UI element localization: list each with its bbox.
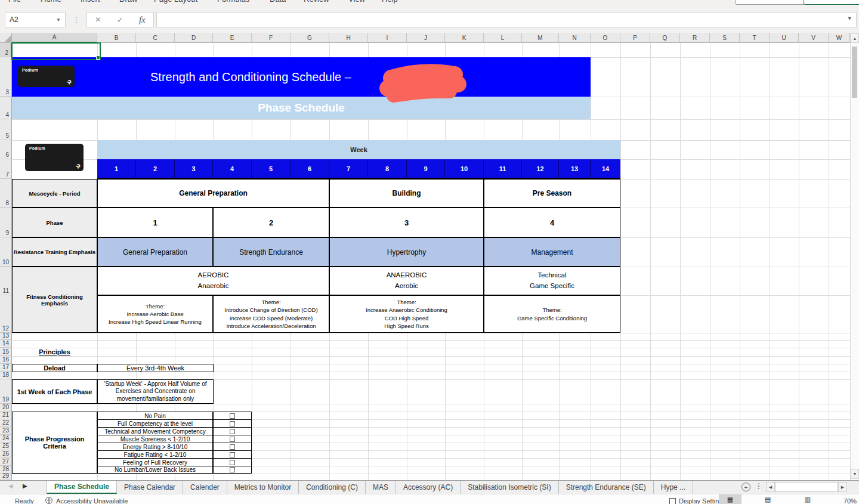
menu-draw[interactable]: Draw [119, 0, 137, 4]
page-break-view-button[interactable]: ▥ [796, 494, 819, 504]
row-header-15[interactable]: 15 [0, 348, 12, 356]
share-button[interactable]: ⤴ Share [804, 0, 859, 5]
column-header-M[interactable]: M [522, 33, 559, 43]
row-header-3[interactable]: 3 [0, 57, 12, 97]
chevron-down-icon[interactable]: ▼ [56, 17, 61, 23]
checkbox-icon[interactable] [230, 460, 235, 465]
row-header-29[interactable]: 29 [0, 474, 12, 480]
criteria-text-cell[interactable]: Feeling of Full Recovery [97, 458, 213, 466]
row-header-20[interactable]: 20 [0, 404, 12, 412]
scroll-down-button[interactable]: ▼ [851, 469, 859, 479]
formula-input[interactable]: ▾ [156, 12, 857, 27]
checkbox-icon[interactable] [230, 421, 235, 426]
menu-data[interactable]: Data [270, 0, 286, 4]
week-cell-8[interactable]: 8 [368, 159, 407, 179]
column-header-K[interactable]: K [445, 33, 484, 43]
phase-cell[interactable]: 4 [484, 208, 620, 237]
enter-icon[interactable]: ✓ [117, 16, 123, 24]
resistance-cell[interactable]: Strength Endurance [213, 237, 329, 267]
checkbox-icon[interactable] [230, 444, 235, 450]
menu-formulas[interactable]: Formulas [217, 0, 249, 4]
column-header-B[interactable]: B [97, 33, 136, 43]
fitness-theme-cell[interactable]: Theme:Increase Aerobic BaseIncrease High… [97, 295, 213, 333]
column-header-V[interactable]: V [799, 33, 829, 43]
phase-cell[interactable]: 1 [97, 208, 213, 237]
vertical-scrollbar-thumb[interactable] [852, 47, 857, 98]
sheet-tab-accessory-ac[interactable]: Accessory (AC) [396, 481, 461, 494]
phase-schedule-banner-cell[interactable]: Phase Schedule [12, 97, 591, 119]
column-header-O[interactable]: O [591, 33, 620, 43]
mesocycle-cell[interactable]: General Preparation [97, 179, 329, 208]
week-cell-4[interactable]: 4 [213, 159, 252, 179]
phase-cell[interactable]: 2 [213, 208, 329, 237]
criteria-text-cell[interactable]: No Lumbar/Lower Back Issues [97, 466, 213, 474]
row-header-23[interactable]: 23 [0, 427, 12, 435]
sheet-options-dots-icon[interactable]: ⋮ [755, 482, 762, 490]
sheet-tab-phase-calendar[interactable]: Phase Calendar [117, 481, 183, 494]
phase-progression-label-cell[interactable]: Phase Progression Criteria [12, 412, 97, 474]
column-header-A[interactable]: A [12, 33, 97, 43]
menu-file[interactable]: File [8, 0, 21, 4]
resistance-cell[interactable]: Hypertrophy [329, 237, 484, 267]
insert-function-icon[interactable]: fx [139, 15, 146, 25]
sheet-nav-next-icon[interactable]: ▶ [23, 483, 27, 489]
startup-week-label-cell[interactable]: 1st Week of Each Phase [12, 379, 97, 404]
resistance-cell[interactable]: Management [484, 237, 620, 267]
row-header-17[interactable]: 17 [0, 364, 12, 372]
sheet-tab-mas[interactable]: MAS [366, 481, 396, 494]
startup-week-value-cell[interactable]: 'Startup Week' - Approx Half Volume of E… [97, 379, 214, 404]
row-header-19[interactable]: 19 [0, 379, 12, 404]
row-header-7[interactable]: 7 [0, 159, 12, 179]
row-label-fitness[interactable]: Fitness Conditioning Emphasis [12, 267, 97, 333]
tab-scroll-left-button[interactable]: ◀ [766, 482, 775, 492]
criteria-checkbox-cell[interactable] [213, 458, 252, 466]
page-layout-view-button[interactable]: ▤ [756, 494, 779, 504]
week-cell-1[interactable]: 1 [97, 159, 136, 179]
row-header-25[interactable]: 25 [0, 443, 12, 450]
criteria-checkbox-cell[interactable] [213, 412, 252, 419]
row-header-14[interactable]: 14 [0, 340, 12, 348]
zoom-level[interactable]: 70% [843, 497, 857, 504]
row-header-2[interactable]: 2 [0, 43, 12, 57]
column-header-L[interactable]: L [484, 33, 522, 43]
column-header-T[interactable]: T [740, 33, 770, 43]
row-header-22[interactable]: 22 [0, 419, 12, 427]
sheet-tab-metrics-to-monitor[interactable]: Metrics to Monitor [227, 481, 299, 494]
cancel-icon[interactable]: ✕ [95, 16, 101, 24]
sheet-tab-calender[interactable]: Calender [183, 481, 227, 494]
criteria-text-cell[interactable]: Full Competency at the level [97, 419, 213, 427]
deload-value-cell[interactable]: Every 3rd-4th Week [97, 364, 214, 372]
normal-view-button[interactable]: ▦ [719, 494, 741, 504]
checkbox-icon[interactable] [230, 413, 235, 419]
row-header-21[interactable]: 21 [0, 412, 12, 419]
fill-handle[interactable] [96, 55, 100, 60]
select-all-corner[interactable] [0, 33, 12, 43]
fitness-energy-cell[interactable]: AEROBICAnaerobic [97, 267, 329, 295]
tab-scrollbar-track[interactable] [775, 482, 838, 492]
menu-help[interactable]: Help [382, 0, 398, 4]
column-header-D[interactable]: D [175, 33, 213, 43]
checkbox-icon[interactable] [230, 452, 235, 457]
column-header-R[interactable]: R [680, 33, 710, 43]
row-header-12[interactable]: 12 [0, 295, 12, 333]
row-header-13[interactable]: 13 [0, 333, 12, 340]
column-header-C[interactable]: C [136, 33, 175, 43]
row-header-26[interactable]: 26 [0, 450, 12, 458]
sheet-tab-stabilisation-isometric-si[interactable]: Stabilisation Isometric (SI) [461, 481, 558, 494]
column-header-S[interactable]: S [710, 33, 740, 43]
sheet-tab-conditioning-c[interactable]: Conditioning (C) [299, 481, 366, 494]
fitness-energy-cell[interactable]: TechnicalGame Specific [484, 267, 620, 295]
column-header-Q[interactable]: Q [650, 33, 680, 43]
display-settings-button[interactable]: Display Settings [669, 497, 726, 504]
row-header-27[interactable]: 27 [0, 458, 12, 466]
row-label-phase[interactable]: Phase [12, 208, 97, 237]
sheet-tab-strength-endurance-se[interactable]: Strength Endurance (SE) [559, 481, 654, 494]
fitness-theme-cell[interactable]: Theme:Introduce Change of Direction (COD… [213, 295, 329, 333]
column-header-F[interactable]: F [252, 33, 291, 43]
deload-label-cell[interactable]: Deload [12, 364, 97, 372]
accessibility-status[interactable]: Accessibility Unavailable [56, 497, 128, 504]
resistance-cell[interactable]: General Preparation [97, 237, 213, 267]
comments-button[interactable]: 🗨 Comments [735, 0, 808, 5]
criteria-checkbox-cell[interactable] [213, 435, 252, 443]
column-header-P[interactable]: P [620, 33, 650, 43]
